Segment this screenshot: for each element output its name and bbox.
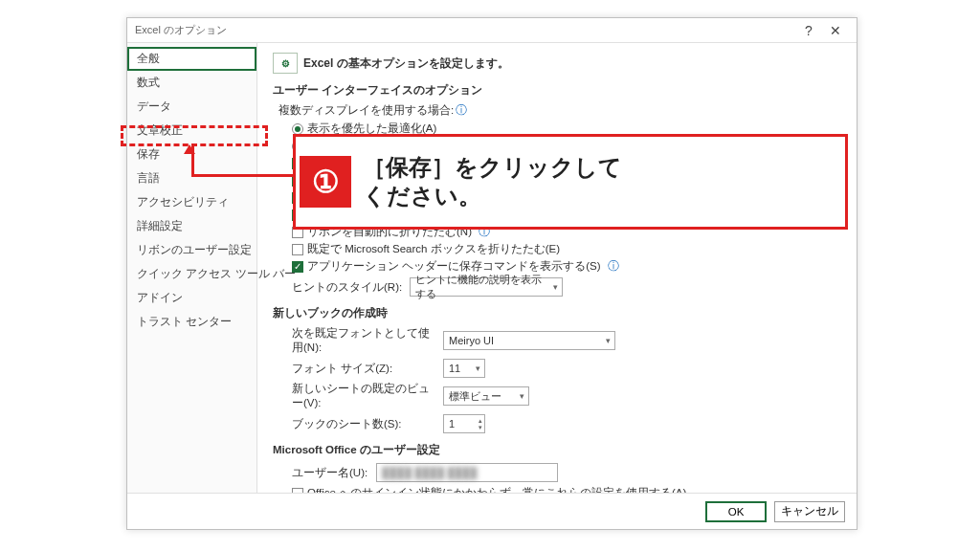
check-searchbox-fold[interactable]: 既定で Microsoft Search ボックスを折りたたむ(E) bbox=[292, 242, 841, 256]
sidebar-item-accessibility[interactable]: アクセシビリティ bbox=[127, 190, 256, 214]
checkbox-icon: ✓ bbox=[292, 158, 303, 169]
check-quickanalysis[interactable]: ✓ 選択時にクイック分析オプションを表示する(Q) bbox=[292, 173, 841, 187]
sheetcount-input[interactable]: 1 bbox=[443, 414, 485, 433]
options-content: ⚙ Excel の基本オプションを設定します。 ユーザー インターフェイスのオプ… bbox=[257, 43, 857, 493]
username-input[interactable]: ████ ████ ████ bbox=[376, 463, 558, 482]
general-icon: ⚙ bbox=[273, 53, 298, 74]
checkbox-icon bbox=[292, 488, 303, 494]
info-icon[interactable]: ⓘ bbox=[517, 156, 528, 170]
fontsize-label: フォント サイズ(Z): bbox=[292, 362, 435, 376]
section-ui-options: ユーザー インターフェイスのオプション bbox=[273, 83, 841, 98]
info-icon[interactable]: ⓘ bbox=[456, 104, 467, 116]
help-button[interactable]: ? bbox=[795, 23, 822, 38]
hintstyle-select[interactable]: ヒントに機能の説明を表示する bbox=[410, 277, 563, 297]
checkbox-icon: ✓ bbox=[292, 175, 303, 187]
check-minitoolbar[interactable]: ✓ 選択時にミニ ツールバーを表示する(M)ⓘ bbox=[292, 156, 841, 170]
defaultfont-select[interactable]: Meiryo UI bbox=[443, 331, 615, 350]
options-sidebar: 全般 数式 データ 文章校正 保存 言語 アクセシビリティ 詳細設定 リボンのユ… bbox=[127, 43, 257, 493]
dialog-title: Excel のオプション bbox=[135, 23, 227, 37]
sidebar-item-proofing[interactable]: 文章校正 bbox=[127, 119, 256, 143]
section-new-workbook: 新しいブックの作成時 bbox=[273, 306, 841, 320]
checkbox-icon: ✓ bbox=[292, 261, 303, 273]
page-header: ⚙ Excel の基本オプションを設定します。 bbox=[273, 53, 841, 74]
defaultfont-label: 次を既定フォントとして使用(N): bbox=[292, 326, 435, 355]
check-ribbon-autofold[interactable]: リボンを自動的に折りたたむ(N)ⓘ bbox=[292, 225, 841, 239]
sidebar-item-general[interactable]: 全般 bbox=[127, 47, 256, 71]
excel-options-dialog: Excel のオプション ? ✕ 全般 数式 データ 文章校正 保存 言語 アク… bbox=[126, 17, 858, 530]
multidisplay-label: 複数ディスプレイを使用する場合:ⓘ bbox=[278, 103, 841, 118]
ok-button[interactable]: OK bbox=[705, 501, 767, 522]
username-label: ユーザー名(U): bbox=[292, 466, 368, 480]
radio-icon bbox=[292, 141, 303, 152]
defaultview-label: 新しいシートの既定のビュー(V): bbox=[292, 382, 435, 410]
checkbox-icon bbox=[292, 244, 303, 255]
fontsize-select[interactable]: 11 bbox=[443, 359, 485, 378]
checkbox-icon: ✓ bbox=[292, 209, 303, 221]
radio-display-optimize[interactable]: 表示を優先した最適化(A) bbox=[292, 121, 841, 136]
page-header-text: Excel の基本オプションを設定します。 bbox=[303, 55, 509, 72]
sidebar-item-language[interactable]: 言語 bbox=[127, 166, 256, 190]
check-datatype-convert[interactable]: ✓ 入力時に [データ型に変換] を表示(D)ⓘ bbox=[292, 190, 841, 205]
sidebar-item-advanced[interactable]: 詳細設定 bbox=[127, 214, 256, 238]
sheetcount-label: ブックのシート数(S): bbox=[292, 417, 435, 431]
sidebar-item-addins[interactable]: アドイン bbox=[127, 286, 256, 310]
checkbox-icon bbox=[292, 227, 303, 238]
check-livepreview[interactable]: ✓ リアルタイムのプレビュー表示機能を有効にする(L)ⓘ bbox=[292, 208, 841, 222]
check-save-in-header[interactable]: ✓ アプリケーション ヘッダーに保存コマンドを表示する(S)ⓘ bbox=[292, 259, 841, 274]
defaultview-select[interactable]: 標準ビュー bbox=[443, 386, 529, 406]
titlebar: Excel のオプション ? ✕ bbox=[127, 18, 857, 43]
sidebar-item-data[interactable]: データ bbox=[127, 95, 256, 119]
check-always-use-settings[interactable]: Office へのサインイン状態にかかわらず、常にこれらの設定を使用する(A) bbox=[292, 486, 841, 493]
dialog-footer: OK キャンセル bbox=[127, 493, 857, 529]
hintstyle-label: ヒントのスタイル(R): bbox=[292, 280, 402, 295]
sidebar-item-qat[interactable]: クイック アクセス ツール バー bbox=[127, 262, 256, 286]
sidebar-item-formulas[interactable]: 数式 bbox=[127, 71, 256, 95]
sidebar-item-ribbon[interactable]: リボンのユーザー設定 bbox=[127, 238, 256, 262]
checkbox-icon: ✓ bbox=[292, 192, 303, 204]
info-icon[interactable]: ⓘ bbox=[502, 190, 514, 205]
info-icon[interactable]: ⓘ bbox=[479, 225, 490, 239]
sidebar-item-trustcenter[interactable]: トラスト センター bbox=[127, 310, 256, 334]
close-button[interactable]: ✕ bbox=[822, 23, 849, 38]
sidebar-item-save[interactable]: 保存 bbox=[127, 143, 256, 166]
section-office-user: Microsoft Office のユーザー設定 bbox=[273, 443, 841, 457]
radio-compat-optimize[interactable]: 互換性に対応した最適化 (アプリケーションの再起動が必要)(C) bbox=[292, 139, 841, 153]
cancel-button[interactable]: キャンセル bbox=[774, 501, 845, 522]
info-icon[interactable]: ⓘ bbox=[580, 208, 591, 222]
radio-icon bbox=[292, 123, 303, 135]
info-icon[interactable]: ⓘ bbox=[608, 259, 619, 274]
